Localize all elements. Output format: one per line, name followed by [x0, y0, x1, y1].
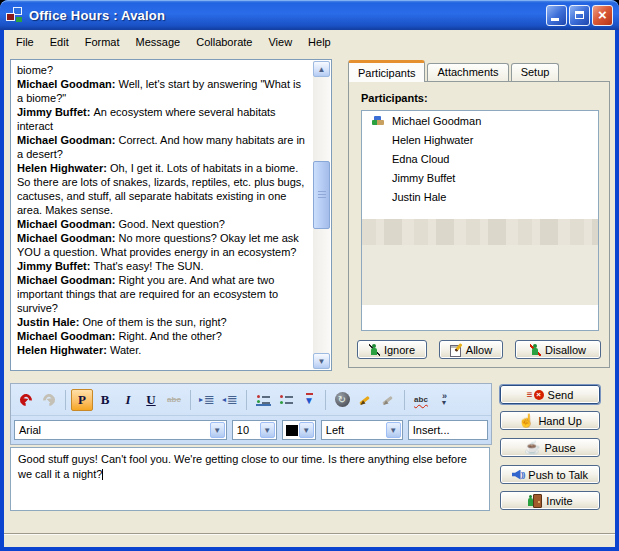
menu-item[interactable]: Format [77, 33, 128, 51]
strikethrough-button[interactable]: abc [163, 389, 185, 411]
minimize-button[interactable] [546, 5, 567, 26]
highlighter-button[interactable] [354, 389, 376, 411]
toolbar-options-button[interactable]: »▼ [433, 389, 455, 411]
titlebar[interactable]: Office Hours : Avalon × [0, 0, 619, 30]
menu-item[interactable]: View [260, 33, 300, 51]
paragraph-style-button[interactable]: P [71, 389, 93, 411]
bold-button[interactable]: B [94, 389, 116, 411]
message-input-text: Good stuff guys! Can't fool you. We're g… [18, 453, 467, 480]
maximize-button[interactable] [569, 5, 590, 26]
chat-message-author: Jimmy Buffet [17, 260, 93, 272]
chat-message: Helen HighwaterWater. [17, 343, 309, 357]
window-title: Office Hours : Avalon [29, 8, 165, 23]
format-toolbar: P B I U abc ▸≣ ◂≣ ▼ ↻ abc »▼ [10, 383, 492, 445]
ignore-label: Ignore [384, 344, 415, 356]
format-toolbar-row1: P B I U abc ▸≣ ◂≣ ▼ ↻ abc »▼ [11, 384, 491, 416]
toolbar-separator [404, 390, 405, 410]
indent-decrease-icon: ◂≣ [222, 393, 238, 406]
chevron-down-icon[interactable]: ▼ [210, 422, 225, 438]
chevron-down-icon: ▼ [318, 357, 326, 366]
menu-item[interactable]: Edit [42, 33, 77, 51]
font-family-select[interactable]: Arial ▼ [14, 420, 227, 440]
participant-row[interactable]: Michael Goodman [362, 111, 598, 130]
disallow-button[interactable]: Disallow [515, 340, 601, 359]
alignment-select[interactable]: Left ▼ [321, 420, 403, 440]
disallow-person-icon [530, 344, 541, 356]
participant-row[interactable]: Jimmy Buffet [362, 168, 598, 187]
chat-message-author: Justin Hale [17, 316, 82, 328]
chevron-down-icon[interactable]: ▼ [386, 422, 401, 438]
refresh-icon: ↻ [335, 392, 350, 407]
chevron-down-icon[interactable]: ▼ [299, 422, 314, 438]
push-to-talk-button[interactable]: )) Push to Talk [500, 465, 600, 484]
participant-row[interactable]: Helen Highwater [362, 130, 598, 149]
menu-item[interactable]: Message [128, 33, 189, 51]
render-artifact [362, 219, 598, 245]
italic-button[interactable]: I [117, 389, 139, 411]
close-button[interactable]: × [592, 5, 613, 26]
participant-row[interactable]: Edna Cloud [362, 149, 598, 168]
spellcheck-button[interactable]: abc [410, 389, 432, 411]
participant-actions: Ignore Allow Disallow [349, 340, 609, 359]
toolbar-options-icon: »▼ [441, 393, 448, 406]
toolbar-separator [246, 390, 247, 410]
invite-button[interactable]: Invite [500, 491, 600, 510]
window-controls: × [546, 5, 613, 26]
chat-message: Helen HighwaterOh, I get it. Lots of hab… [17, 161, 309, 217]
speaker-icon: )) [512, 470, 524, 480]
insert-down-button[interactable]: ▼ [298, 389, 320, 411]
chat-message: Michael GoodmanWell, let's start by answ… [17, 77, 309, 105]
redo-button[interactable] [38, 389, 60, 411]
scroll-down-button[interactable]: ▼ [313, 353, 330, 369]
insert-field[interactable]: Insert... [408, 420, 488, 440]
undo-button[interactable] [15, 389, 37, 411]
ignore-button[interactable]: Ignore [357, 340, 427, 359]
chat-message: Jimmy BuffetAn ecosystem where several h… [17, 105, 309, 133]
chevron-down-icon[interactable]: ▼ [260, 422, 275, 438]
chat-message: Michael GoodmanRight. And the other? [17, 329, 309, 343]
participants-list[interactable]: Michael Goodman Helen Highwater Edna Clo… [361, 110, 599, 331]
door-person-icon [527, 494, 542, 508]
indent-increase-button[interactable]: ▸≣ [196, 389, 218, 411]
indent-decrease-button[interactable]: ◂≣ [219, 389, 241, 411]
tab[interactable]: Attachments [427, 63, 508, 82]
scrollbar-thumb[interactable] [313, 161, 330, 229]
coffee-cup-icon: ☕ [524, 441, 540, 454]
undo-icon [18, 391, 35, 408]
chat-message-text: Right. And the other? [118, 330, 221, 342]
font-color-select[interactable]: ▼ [282, 420, 316, 440]
numbered-list-button[interactable] [252, 389, 274, 411]
transcript-scrollbar[interactable]: ▲ ▼ [313, 61, 330, 369]
pause-button[interactable]: ☕ Pause [500, 438, 600, 457]
presenter-icon [372, 116, 388, 126]
ignore-person-icon [369, 344, 380, 356]
font-size-select[interactable]: 10 ▼ [232, 420, 277, 440]
chat-message-text: One of them is the sun, right? [82, 316, 226, 328]
bulleted-list-button[interactable] [275, 389, 297, 411]
toolbar-separator [325, 390, 326, 410]
chat-message-author: Helen Highwater [17, 344, 110, 356]
chat-transcript[interactable]: biome? Michael GoodmanWell, let's start … [10, 59, 332, 371]
hand-up-button[interactable]: ☝ Hand Up [500, 411, 600, 430]
menu-item[interactable]: Collaborate [188, 33, 260, 51]
send-button[interactable]: ≡× Send [500, 385, 600, 404]
message-input[interactable]: Good stuff guys! Can't fool you. We're g… [10, 447, 490, 511]
underline-button[interactable]: U [140, 389, 162, 411]
menu-item[interactable]: Help [300, 33, 339, 51]
push-to-talk-label: Push to Talk [528, 469, 588, 481]
scroll-up-button[interactable]: ▲ [313, 61, 330, 77]
toolbar-separator [65, 390, 66, 410]
app-icon-screen-red [6, 13, 15, 21]
font-color-swatch [286, 425, 298, 436]
menu-item[interactable]: File [8, 33, 42, 51]
tab[interactable]: Setup [511, 63, 560, 82]
tabstrip: ParticipantsAttachmentsSetup [348, 60, 561, 82]
refresh-button[interactable]: ↻ [331, 389, 353, 411]
pen-button[interactable] [377, 389, 399, 411]
allow-button[interactable]: Allow [439, 340, 503, 359]
chat-message-author: Michael Goodman [17, 232, 118, 244]
chat-message-author: Michael Goodman [17, 78, 118, 90]
app-icon [6, 7, 24, 23]
tab[interactable]: Participants [348, 60, 425, 82]
participant-row[interactable]: Justin Hale [362, 187, 598, 206]
